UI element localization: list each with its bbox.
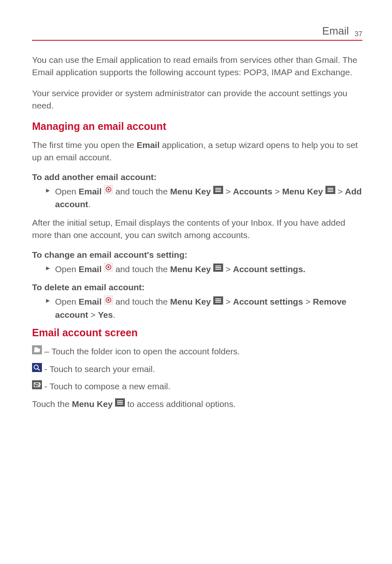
svg-rect-15 bbox=[215, 266, 221, 266]
bold-text: Menu Key bbox=[282, 187, 325, 196]
svg-rect-4 bbox=[215, 188, 221, 189]
bold-text: Menu Key bbox=[170, 264, 213, 274]
email-app-icon bbox=[104, 296, 113, 308]
search-icon-line: - Touch to search your email. bbox=[32, 363, 362, 375]
list-item: Open Email and touch the Menu Key > Acco… bbox=[46, 263, 362, 276]
intro-paragraph-1: You can use the Email application to rea… bbox=[32, 54, 362, 79]
text: – Touch the folder icon to open the acco… bbox=[44, 345, 240, 358]
svg-rect-36 bbox=[117, 404, 123, 405]
bold-text: Email bbox=[78, 264, 104, 274]
text: - Touch to compose a new email. bbox=[44, 380, 171, 393]
svg-point-20 bbox=[108, 299, 109, 300]
svg-rect-10 bbox=[327, 191, 333, 192]
text: > bbox=[272, 187, 282, 196]
page-header: Email 37 bbox=[32, 25, 362, 41]
svg-rect-34 bbox=[117, 400, 123, 401]
text: Open bbox=[55, 264, 78, 274]
email-app-icon bbox=[104, 185, 113, 197]
header-title: Email bbox=[322, 25, 349, 37]
bold-text: Yes bbox=[98, 310, 113, 319]
text: The first time you open the bbox=[32, 140, 136, 150]
text: Open bbox=[55, 297, 78, 306]
menu-key-icon bbox=[213, 296, 223, 308]
managing-intro: The first time you open the Email applic… bbox=[32, 139, 362, 164]
bold-text: Email bbox=[78, 297, 104, 306]
after-setup-paragraph: After the initial setup, Email displays … bbox=[32, 217, 362, 242]
text: Open bbox=[55, 187, 78, 196]
text: and touch the bbox=[113, 297, 170, 306]
document-page: Email 37 You can use the Email applicati… bbox=[0, 0, 392, 435]
delete-account-heading: To delete an email account: bbox=[32, 282, 362, 292]
text: and touch the bbox=[113, 264, 170, 274]
text: and touch the bbox=[113, 187, 170, 196]
text: > bbox=[88, 310, 98, 319]
text: . bbox=[113, 310, 115, 319]
svg-rect-22 bbox=[215, 298, 221, 299]
svg-rect-35 bbox=[117, 402, 123, 403]
text: > bbox=[335, 187, 345, 196]
text: > bbox=[223, 264, 233, 274]
svg-rect-24 bbox=[215, 302, 221, 303]
bold-text: Menu Key bbox=[170, 297, 213, 306]
add-account-heading: To add another email account: bbox=[32, 172, 362, 182]
text: > bbox=[223, 187, 233, 196]
menu-key-icon bbox=[325, 185, 335, 197]
bold-text: Menu Key bbox=[170, 187, 213, 196]
section-managing-title: Managing an email account bbox=[32, 120, 362, 132]
bold-text: Email bbox=[78, 187, 104, 196]
text: Touch the bbox=[32, 399, 72, 409]
compose-icon bbox=[32, 380, 42, 393]
menu-key-line: Touch the Menu Key to access additional … bbox=[32, 398, 362, 411]
bold-text: Menu Key bbox=[72, 399, 115, 409]
text: > bbox=[223, 297, 233, 306]
svg-rect-17 bbox=[215, 269, 221, 270]
svg-rect-9 bbox=[327, 190, 333, 190]
folder-icon bbox=[32, 345, 42, 358]
compose-icon-line: - Touch to compose a new email. bbox=[32, 380, 362, 393]
folder-icon-line: – Touch the folder icon to open the acco… bbox=[32, 345, 362, 358]
menu-key-icon bbox=[213, 185, 223, 197]
list-item: Open Email and touch the Menu Key > Acco… bbox=[46, 185, 362, 211]
email-app-icon bbox=[104, 263, 113, 275]
svg-rect-8 bbox=[327, 188, 333, 189]
menu-key-icon bbox=[213, 263, 223, 275]
change-account-heading: To change an email account's setting: bbox=[32, 250, 362, 260]
svg-point-2 bbox=[108, 189, 109, 190]
list-item: Open Email and touch the Menu Key > Acco… bbox=[46, 296, 362, 321]
svg-rect-27 bbox=[32, 363, 42, 372]
section-screen-title: Email account screen bbox=[32, 327, 362, 339]
text: . bbox=[88, 199, 91, 209]
bold-email: Email bbox=[136, 140, 159, 150]
bold-text: Account settings. bbox=[233, 264, 305, 274]
text: > bbox=[303, 297, 313, 306]
svg-rect-5 bbox=[215, 190, 221, 190]
menu-key-icon bbox=[115, 398, 125, 410]
text: - Touch to search your email. bbox=[44, 363, 155, 375]
bold-text: Accounts bbox=[233, 187, 272, 196]
add-account-steps: Open Email and touch the Menu Key > Acco… bbox=[32, 185, 362, 211]
svg-rect-23 bbox=[215, 300, 221, 301]
svg-point-13 bbox=[108, 266, 109, 268]
bold-text: Account settings bbox=[233, 297, 303, 306]
text: to access additional options. bbox=[125, 399, 236, 409]
delete-account-steps: Open Email and touch the Menu Key > Acco… bbox=[32, 296, 362, 321]
change-account-steps: Open Email and touch the Menu Key > Acco… bbox=[32, 263, 362, 276]
page-number: 37 bbox=[355, 30, 362, 38]
search-icon bbox=[32, 363, 42, 375]
intro-paragraph-2: Your service provider or system administ… bbox=[32, 87, 362, 112]
svg-rect-6 bbox=[215, 191, 221, 192]
svg-rect-16 bbox=[215, 267, 221, 268]
